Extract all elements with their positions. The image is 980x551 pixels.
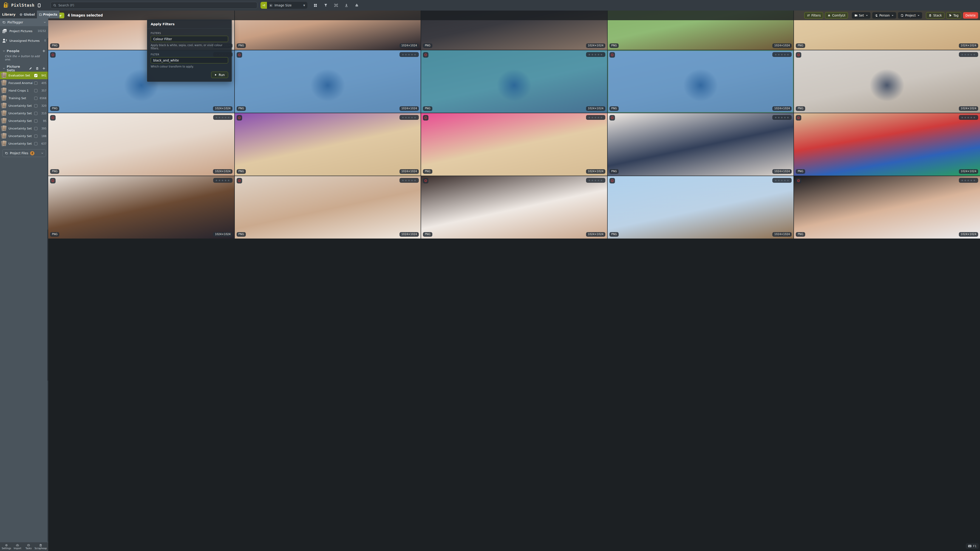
filter-value-field[interactable] bbox=[151, 57, 228, 64]
sidebar-scrollbar[interactable] bbox=[47, 38, 48, 202]
chevron-down-icon[interactable] bbox=[3, 50, 5, 52]
delete-set-button[interactable] bbox=[36, 67, 39, 70]
set-label: Hand Crops 1 bbox=[8, 89, 33, 92]
format-badge: PNG bbox=[50, 43, 59, 48]
image-cell[interactable]: ★★★★★PNG1024×1024 bbox=[48, 113, 234, 176]
rating-stars[interactable]: ★★★★★ bbox=[213, 178, 232, 183]
add-set-button[interactable] bbox=[42, 67, 46, 70]
project-files-drawer[interactable]: Project Files 2 bbox=[2, 149, 46, 157]
search-input[interactable] bbox=[58, 3, 255, 7]
sidebar-item-project-pictures[interactable]: Project Pictures 10232 bbox=[0, 26, 48, 36]
rating-stars[interactable]: ★★★★★ bbox=[213, 115, 232, 120]
image-cell[interactable]: ★★★★★PNG1024×1024 bbox=[48, 176, 234, 202]
set-checkbox[interactable] bbox=[34, 142, 37, 145]
set-checkbox[interactable] bbox=[34, 74, 37, 77]
filter-funnel-icon[interactable] bbox=[324, 3, 328, 7]
set-thumbnail bbox=[1, 133, 7, 139]
image-cell[interactable]: ★★★★★PNG1024×1024 bbox=[235, 50, 360, 113]
picture-set-row[interactable]: Hand Crops 1357 bbox=[0, 87, 48, 94]
emotion-flag-badge[interactable] bbox=[237, 115, 242, 121]
sort-field-dropdown[interactable]: Image Size ▼ bbox=[267, 2, 307, 9]
tab-projects[interactable]: Projects bbox=[37, 11, 59, 18]
set-label: Uncertainty Set 6 bbox=[8, 142, 33, 145]
item-count: 10232 bbox=[37, 29, 46, 33]
sort-direction-button[interactable] bbox=[261, 2, 267, 9]
project-selector[interactable]: PixlTagger bbox=[0, 18, 48, 26]
image-cell[interactable]: ★★★★★PNG1024×1024 bbox=[235, 113, 360, 176]
add-person-button[interactable] bbox=[42, 49, 46, 52]
frown-face-icon bbox=[51, 53, 54, 57]
picture-sets-section-title: Picture Sets bbox=[7, 65, 27, 72]
emotion-flag-badge[interactable] bbox=[50, 52, 56, 58]
picture-set-row[interactable]: Uncertainty Set 6637 bbox=[0, 140, 48, 148]
sidebar: Library Global Projects PixlTagger Proje… bbox=[0, 11, 48, 202]
image-cell[interactable]: ★★★★★PNG1024×1024 bbox=[235, 176, 360, 202]
folders-icon bbox=[2, 21, 5, 24]
frown-face-icon bbox=[51, 179, 54, 182]
picture-set-row[interactable]: Uncertainty Set 4395 bbox=[0, 125, 48, 132]
filter-value-input[interactable] bbox=[153, 59, 226, 62]
app-logo: PixlStash bbox=[0, 2, 49, 9]
face-detect-icon[interactable] bbox=[334, 3, 338, 7]
folder-icon bbox=[39, 13, 42, 16]
set-checkbox[interactable] bbox=[34, 104, 37, 108]
set-count: 357 bbox=[39, 89, 46, 92]
picture-set-row[interactable]: Uncertainty Set 1320 bbox=[0, 102, 48, 110]
picture-sets-section-header: Picture Sets bbox=[0, 65, 48, 71]
format-badge: PNG bbox=[237, 43, 246, 48]
set-checkbox[interactable] bbox=[34, 135, 37, 138]
picture-set-row[interactable]: Focused Anomaly ...405 bbox=[0, 79, 48, 87]
sidebar-toggle-icon[interactable] bbox=[37, 3, 41, 8]
set-label: Uncertainty Set 4 bbox=[8, 127, 33, 130]
tab-projects-label: Projects bbox=[43, 13, 57, 16]
set-checkbox[interactable] bbox=[34, 112, 37, 115]
dialog-header: Apply Filters bbox=[147, 20, 232, 29]
picture-set-row[interactable]: Evaluation Set941 bbox=[0, 71, 48, 79]
svg-text:?: ? bbox=[5, 39, 7, 42]
search-bar[interactable] bbox=[51, 2, 257, 9]
set-count: 188 bbox=[39, 135, 46, 138]
set-checkbox[interactable] bbox=[34, 97, 37, 100]
chevron-down-icon[interactable] bbox=[3, 67, 5, 70]
chevron-down-icon bbox=[41, 152, 43, 154]
frown-face-icon bbox=[51, 116, 54, 119]
picture-set-row[interactable]: Uncertainty Set 395 bbox=[0, 117, 48, 125]
set-checkbox[interactable] bbox=[34, 119, 37, 122]
download-icon[interactable] bbox=[344, 3, 348, 7]
item-count: 0 bbox=[45, 39, 46, 42]
filters-select-input[interactable] bbox=[153, 37, 226, 41]
selection-toolbar: Clear 4 Images selected FiltersComfyUISe… bbox=[48, 11, 360, 20]
format-badge: PNG bbox=[50, 169, 59, 174]
picture-set-row[interactable]: Training Set6568 bbox=[0, 94, 48, 102]
emotion-flag-badge[interactable] bbox=[50, 115, 56, 121]
dialog-title: Apply Filters bbox=[151, 22, 228, 26]
grid-view-icon[interactable] bbox=[313, 3, 318, 7]
robot-icon[interactable] bbox=[355, 3, 359, 7]
chevron-down-icon: ▼ bbox=[303, 4, 305, 7]
image-grid-viewport: ★★★★★PNG1024×1024★★★★★PNG1024×1024★★★★★P… bbox=[48, 11, 360, 202]
set-checkbox[interactable] bbox=[34, 127, 37, 130]
emotion-flag-badge[interactable] bbox=[237, 52, 242, 58]
edit-set-button[interactable] bbox=[29, 67, 32, 70]
tab-global[interactable]: Global bbox=[18, 11, 37, 18]
format-badge: PNG bbox=[50, 106, 59, 111]
set-checkbox[interactable] bbox=[34, 89, 37, 92]
picture-set-row[interactable]: Uncertainty Set 5188 bbox=[0, 132, 48, 140]
set-checkbox[interactable] bbox=[34, 81, 37, 85]
tab-global-label: Global bbox=[24, 13, 35, 16]
filter-field-label: FILTER bbox=[151, 53, 228, 56]
emotion-flag-badge[interactable] bbox=[237, 178, 242, 183]
project-selector-label: PixlTagger bbox=[7, 21, 42, 24]
people-section-header: People bbox=[0, 48, 48, 54]
set-count: 405 bbox=[39, 81, 46, 85]
run-button[interactable]: Run bbox=[211, 71, 228, 78]
set-thumbnail bbox=[1, 118, 7, 124]
sidebar-item-unassigned-pictures[interactable]: ? Unassigned Pictures 0 bbox=[0, 36, 48, 46]
set-thumbnail bbox=[1, 72, 7, 79]
picture-set-row[interactable]: Uncertainty Set 2310 bbox=[0, 110, 48, 117]
person-question-icon: ? bbox=[2, 38, 7, 43]
emotion-flag-badge[interactable] bbox=[50, 178, 56, 183]
filters-select[interactable] bbox=[151, 36, 228, 42]
library-tab-bar: Library Global Projects bbox=[0, 11, 48, 18]
set-label: Uncertainty Set 5 bbox=[8, 134, 33, 138]
